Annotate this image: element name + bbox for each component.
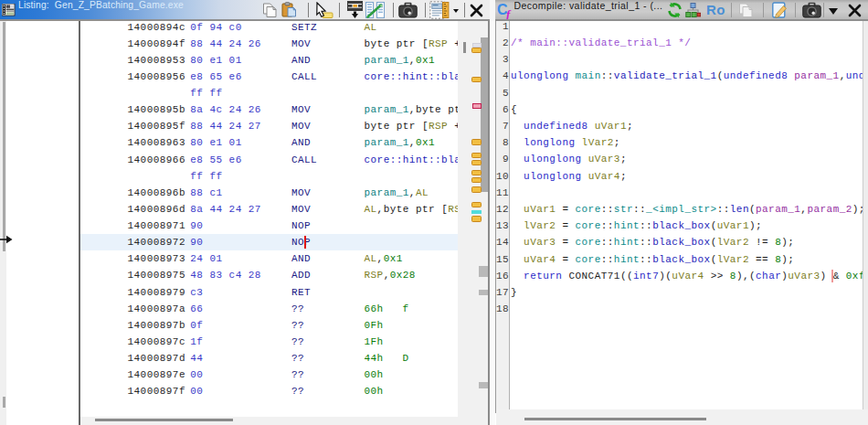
svg-text:f: f xyxy=(506,7,512,19)
